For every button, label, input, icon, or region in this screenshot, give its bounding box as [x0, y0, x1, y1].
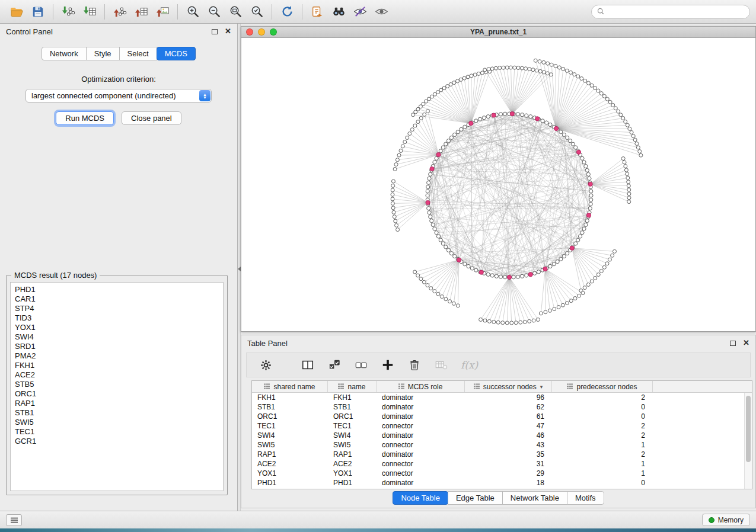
close-panel-button[interactable]: Close panel [122, 111, 181, 125]
result-node[interactable]: ORC1 [11, 389, 223, 399]
settings-gear-icon[interactable] [259, 357, 273, 373]
node-table-header-row: shared namenameMCDS rolesuccessor nodes▾… [252, 381, 752, 393]
panel-layout-menu-button[interactable] [6, 514, 22, 526]
table-row[interactable]: FKH1FKH1dominator962 [252, 393, 744, 402]
table-cell: ORC1 [328, 412, 377, 421]
tab-motifs[interactable]: Motifs [567, 491, 604, 505]
network-graph[interactable] [241, 38, 755, 331]
refresh-icon[interactable] [276, 2, 298, 21]
search-box[interactable] [591, 5, 750, 19]
float-panel-icon[interactable] [730, 341, 736, 346]
export-image-icon[interactable] [152, 2, 173, 21]
memory-button-label: Memory [718, 516, 744, 524]
result-node[interactable]: GCR1 [11, 437, 223, 446]
save-icon[interactable] [27, 2, 49, 21]
select-all-icon[interactable] [327, 357, 342, 373]
window-minimize-button[interactable] [258, 28, 265, 36]
open-file-icon[interactable] [6, 2, 27, 21]
table-cell: dominator [377, 412, 465, 421]
result-node[interactable]: CAR1 [11, 294, 223, 304]
table-panel-title: Table Panel [247, 339, 288, 348]
table-cell: 1 [552, 460, 653, 468]
control-panel-header: Control Panel ✕ [0, 24, 237, 39]
result-node[interactable]: STB1 [11, 408, 223, 418]
network-canvas[interactable] [241, 38, 755, 331]
tab-node-table[interactable]: Node Table [393, 491, 448, 505]
table-cell: RAP1 [252, 450, 328, 459]
close-panel-icon[interactable]: ✕ [743, 340, 749, 346]
columns-icon[interactable] [301, 357, 315, 373]
attribute-icon [338, 383, 344, 391]
result-node[interactable]: SWI5 [11, 418, 223, 427]
toolbar-divider [177, 4, 178, 20]
table-row[interactable]: SWI4SWI4dominator462 [252, 431, 744, 440]
import-network-icon[interactable] [58, 2, 79, 21]
memory-button[interactable]: Memory [702, 514, 750, 526]
scrollbar-thumb[interactable] [746, 396, 751, 462]
result-node[interactable]: SRD1 [11, 342, 223, 351]
column-header-successor-nodes[interactable]: successor nodes▾ [465, 381, 552, 392]
result-node[interactable]: PMA2 [11, 351, 223, 361]
hide-selection-icon[interactable] [349, 2, 371, 21]
optimization-criterion-dropdown[interactable]: largest connected component (undirected)… [25, 89, 212, 102]
table-cell: dominator [377, 450, 465, 459]
column-header-name[interactable]: name [328, 381, 377, 392]
column-header-MCDS-role[interactable]: MCDS role [377, 381, 465, 392]
mcds-result-list[interactable]: PHD1CAR1STP4TID3YOX1SWI4SRD1PMA2FKH1ACE2… [10, 282, 224, 491]
tab-network-table[interactable]: Network Table [502, 491, 567, 505]
table-row[interactable]: RAP1RAP1dominator352 [252, 450, 744, 459]
window-close-button[interactable] [246, 28, 253, 36]
table-row[interactable]: TEC1TEC1connector472 [252, 421, 744, 431]
table-cell: SWI5 [328, 441, 377, 449]
table-row[interactable]: STB1STB1dominator620 [252, 402, 744, 412]
table-row[interactable]: ORC1ORC1dominator610 [252, 412, 744, 421]
tab-edge-table[interactable]: Edge Table [448, 491, 503, 505]
share-document-icon[interactable] [307, 2, 328, 21]
window-zoom-button[interactable] [270, 28, 277, 36]
tab-network[interactable]: Network [42, 47, 87, 60]
table-row[interactable]: PHD1PHD1dominator180 [252, 478, 744, 488]
table-row[interactable]: ACE2ACE2connector311 [252, 459, 744, 469]
tab-mcds[interactable]: MCDS [157, 47, 196, 60]
zoom-out-icon[interactable] [203, 2, 225, 21]
export-network-icon[interactable] [109, 2, 130, 21]
deselect-all-icon[interactable] [354, 357, 368, 373]
export-table-icon[interactable] [130, 2, 152, 21]
show-eye-icon[interactable] [371, 2, 392, 21]
result-node[interactable]: STB5 [11, 380, 223, 389]
table-scrollbar[interactable] [744, 393, 752, 489]
add-row-icon[interactable] [381, 357, 395, 373]
result-node[interactable]: TID3 [11, 313, 223, 323]
column-header-predecessor-nodes[interactable]: predecessor nodes [552, 381, 653, 392]
search-input[interactable] [607, 8, 744, 16]
import-table-icon[interactable] [79, 2, 100, 21]
main-toolbar-icons [6, 2, 392, 21]
zoom-in-icon[interactable] [182, 2, 203, 21]
result-node[interactable]: SWI4 [11, 332, 223, 342]
result-node[interactable]: RAP1 [11, 399, 223, 408]
delete-row-icon[interactable] [407, 357, 422, 373]
column-header-shared-name[interactable]: shared name [252, 381, 328, 392]
result-node[interactable]: STP4 [11, 304, 223, 313]
table-cell: connector [377, 441, 465, 449]
result-node[interactable]: FKH1 [11, 361, 223, 370]
run-mcds-button[interactable]: Run MCDS [56, 111, 114, 125]
table-cell: YOX1 [252, 469, 328, 477]
table-row[interactable]: SWI5SWI5connector431 [252, 440, 744, 450]
toolbar-divider [104, 4, 105, 20]
result-node[interactable]: PHD1 [11, 285, 223, 294]
close-panel-icon[interactable]: ✕ [225, 28, 231, 34]
tab-select[interactable]: Select [119, 47, 157, 60]
result-node[interactable]: YOX1 [11, 323, 223, 332]
table-cell: 35 [465, 450, 552, 459]
zoom-selected-icon[interactable] [246, 2, 267, 21]
find-icon[interactable] [328, 2, 349, 21]
table-cell: SWI5 [252, 441, 328, 449]
table-row[interactable]: YOX1YOX1connector291 [252, 469, 744, 478]
result-node[interactable]: TEC1 [11, 427, 223, 437]
network-window-titlebar[interactable]: YPA_prune.txt_1 [241, 27, 755, 38]
result-node[interactable]: ACE2 [11, 370, 223, 380]
tab-style[interactable]: Style [86, 47, 120, 60]
zoom-fit-icon[interactable] [225, 2, 246, 21]
float-panel-icon[interactable] [212, 29, 218, 34]
